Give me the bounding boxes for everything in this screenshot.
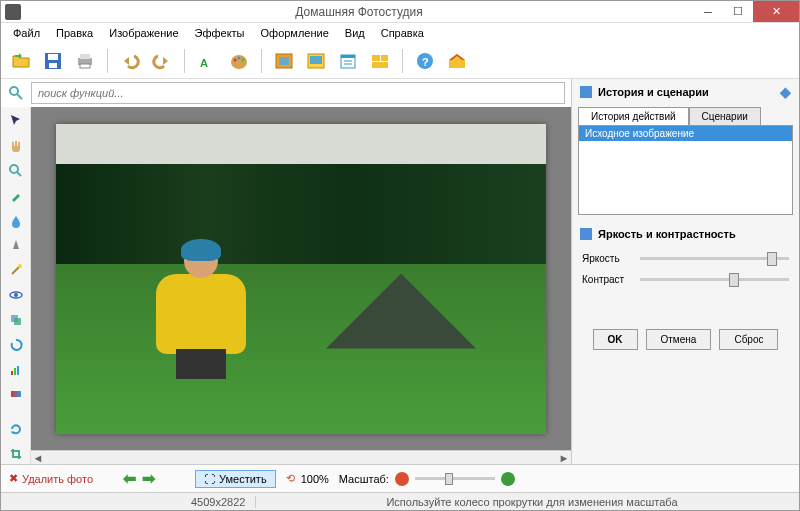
redo-icon[interactable] (148, 47, 176, 75)
menubar: Файл Правка Изображение Эффекты Оформлен… (1, 23, 799, 43)
history-item[interactable]: Исходное изображение (579, 126, 792, 141)
zoom-slider[interactable] (415, 477, 495, 480)
titlebar: Домашняя Фотостудия ─ ☐ ✕ (1, 1, 799, 23)
menu-image[interactable]: Изображение (101, 25, 186, 41)
zoom-reset-icon[interactable]: ⟲ (286, 472, 295, 485)
tab-scenarios[interactable]: Сценарии (689, 107, 761, 125)
palette-icon[interactable] (225, 47, 253, 75)
wand-tool[interactable] (5, 260, 27, 281)
search-input[interactable] (31, 82, 565, 104)
levels-tool[interactable] (5, 359, 27, 380)
cancel-button[interactable]: Отмена (646, 329, 712, 350)
close-button[interactable]: ✕ (753, 1, 799, 22)
menu-edit[interactable]: Правка (48, 25, 101, 41)
search-row (1, 79, 571, 107)
svg-rect-33 (11, 371, 13, 375)
svg-rect-34 (14, 368, 16, 375)
svg-rect-12 (279, 57, 289, 65)
horizontal-scrollbar[interactable]: ◄► (31, 450, 571, 464)
crop-tool[interactable] (5, 443, 27, 464)
brightness-label: Яркость (582, 253, 632, 264)
delete-icon: ✖ (9, 472, 18, 485)
gradient-tool[interactable] (5, 384, 27, 405)
app-icon (5, 4, 21, 20)
home-icon[interactable] (443, 47, 471, 75)
help-icon[interactable]: ? (411, 47, 439, 75)
left-toolbar (1, 107, 31, 464)
delete-photo-button[interactable]: ✖ Удалить фото (9, 472, 93, 485)
ok-button[interactable]: OK (593, 329, 638, 350)
next-arrow-icon[interactable]: ➡ (142, 469, 155, 488)
history-panel-header: История и сценарии ◆ (572, 79, 799, 105)
svg-line-25 (17, 94, 22, 99)
svg-rect-36 (11, 391, 21, 397)
pointer-tool[interactable] (5, 111, 27, 132)
status-dimensions: 4509x2822 (181, 496, 256, 508)
svg-point-24 (10, 87, 18, 95)
bottom-toolbar: ✖ Удалить фото ⬅ ➡ ⛶ Уместить ⟲ 100% Мас… (1, 464, 799, 492)
tab-history[interactable]: История действий (578, 107, 689, 125)
zoom-tool[interactable] (5, 161, 27, 182)
menu-file[interactable]: Файл (5, 25, 48, 41)
zoom-out-icon[interactable] (395, 472, 409, 486)
svg-rect-4 (80, 54, 90, 59)
brightness-slider[interactable] (640, 257, 789, 260)
brush-tool[interactable] (5, 185, 27, 206)
svg-point-10 (242, 58, 245, 61)
svg-text:?: ? (422, 56, 429, 68)
photo-preview (56, 124, 546, 434)
contrast-label: Контраст (582, 274, 632, 285)
menu-view[interactable]: Вид (337, 25, 373, 41)
svg-rect-21 (372, 62, 388, 68)
photo-icon[interactable] (302, 47, 330, 75)
svg-rect-35 (17, 366, 19, 375)
collapse-icon[interactable]: ◆ (780, 84, 791, 100)
print-icon[interactable] (71, 47, 99, 75)
calendar-icon[interactable] (334, 47, 362, 75)
svg-rect-1 (48, 54, 58, 60)
svg-rect-5 (80, 64, 90, 68)
zoom-in-icon[interactable] (501, 472, 515, 486)
svg-point-30 (14, 293, 18, 297)
svg-text:A: A (200, 57, 208, 69)
prev-arrow-icon[interactable]: ⬅ (123, 469, 136, 488)
undo-icon[interactable] (116, 47, 144, 75)
history-list[interactable]: Исходное изображение (578, 125, 793, 215)
minimize-button[interactable]: ─ (693, 1, 723, 22)
history-title: История и сценарии (598, 86, 709, 98)
status-hint: Используйте колесо прокрутки для изменен… (376, 496, 799, 508)
hand-tool[interactable] (5, 136, 27, 157)
svg-line-27 (17, 172, 21, 176)
menu-effects[interactable]: Эффекты (187, 25, 253, 41)
sharpen-tool[interactable] (5, 235, 27, 256)
swirl-tool[interactable] (5, 334, 27, 355)
zoom-percent: 100% (301, 473, 329, 485)
svg-rect-19 (372, 55, 380, 61)
svg-rect-32 (14, 318, 21, 325)
right-panel: История и сценарии ◆ История действий Сц… (571, 79, 799, 464)
svg-point-8 (234, 58, 237, 61)
contrast-slider[interactable] (640, 278, 789, 281)
rotate-tool[interactable] (5, 418, 27, 439)
clone-tool[interactable] (5, 310, 27, 331)
collage-icon[interactable] (366, 47, 394, 75)
save-icon[interactable] (39, 47, 67, 75)
maximize-button[interactable]: ☐ (723, 1, 753, 22)
menu-help[interactable]: Справка (373, 25, 432, 41)
drop-tool[interactable] (5, 210, 27, 231)
canvas[interactable] (31, 107, 571, 450)
brightness-panel-header: Яркость и контрастность (572, 223, 799, 245)
svg-rect-2 (49, 63, 57, 68)
fit-button[interactable]: ⛶ Уместить (195, 470, 276, 488)
statusbar: 4509x2822 Используйте колесо прокрутки д… (1, 492, 799, 510)
search-icon[interactable] (7, 84, 25, 102)
eye-tool[interactable] (5, 285, 27, 306)
frame-icon[interactable] (270, 47, 298, 75)
text-icon[interactable]: A (193, 47, 221, 75)
open-icon[interactable] (7, 47, 35, 75)
panel-icon (580, 228, 592, 240)
svg-rect-14 (310, 56, 322, 64)
menu-design[interactable]: Оформление (253, 25, 337, 41)
reset-button[interactable]: Сброс (719, 329, 778, 350)
svg-point-28 (18, 264, 22, 268)
